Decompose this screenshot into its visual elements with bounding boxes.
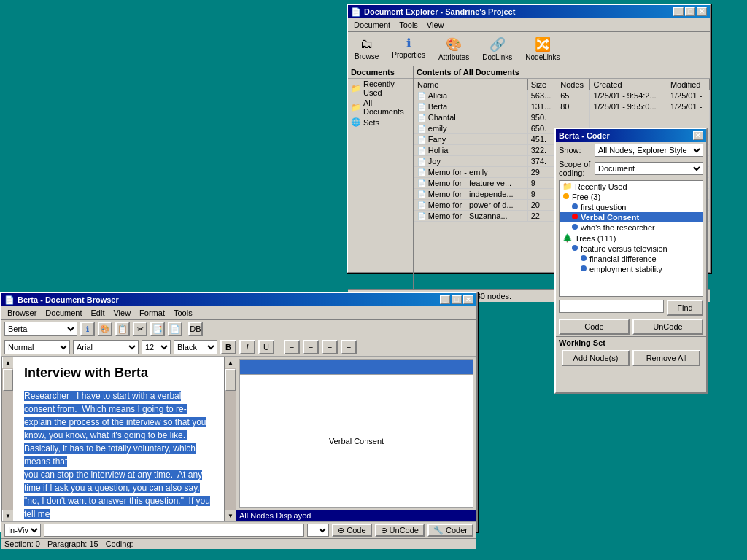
menu-format[interactable]: Format	[135, 307, 169, 319]
coder-tree-item[interactable]: 📁 Recently Used	[560, 181, 703, 192]
italic-btn[interactable]: I	[239, 340, 255, 354]
remove-all-button[interactable]: Remove All	[632, 350, 700, 366]
info-btn[interactable]: ℹ	[80, 322, 95, 336]
menu-view[interactable]: View	[422, 19, 449, 31]
table-cell-size: 22	[527, 211, 557, 222]
bold-btn[interactable]: B	[220, 340, 236, 354]
doc-editor[interactable]: Interview with Berta Researcher I have t…	[13, 357, 224, 521]
align-right-btn[interactable]: ≡	[322, 340, 338, 354]
cut-btn[interactable]: ✂	[133, 322, 147, 336]
uncode-bottom-btn[interactable]: ⊖ UnCode	[375, 524, 425, 537]
recently-used-item[interactable]: 📁 Recently Used	[348, 79, 413, 98]
doc-row-icon: 📄	[417, 212, 428, 220]
db-bottom-bar: In-Vivo ⊕ Code ⊖ UnCode 🔧 Coder	[1, 521, 476, 538]
print-btn[interactable]: 📋	[115, 322, 130, 336]
justify-btn[interactable]: ≡	[341, 340, 357, 354]
menu-tools2[interactable]: Tools	[169, 307, 197, 319]
menu-edit[interactable]: Edit	[86, 307, 109, 319]
right-scrollbar[interactable]: ▲ ▼	[224, 357, 236, 521]
db-btn-extra[interactable]: DB	[188, 322, 203, 336]
berta-browser-titlebar: 📄 Berta - Document Browser _ □ ✕	[1, 293, 476, 306]
table-cell-name: 📄 Fany	[414, 134, 528, 145]
browser-minimize-button[interactable]: _	[440, 295, 450, 304]
coder-tree-item[interactable]: first question	[560, 202, 703, 212]
coder-tree-item[interactable]: feature versus television	[560, 244, 703, 254]
table-cell-size: 29	[527, 167, 557, 178]
doclinks-button[interactable]: 🔗 DocLinks	[479, 34, 516, 63]
doc-name-combo[interactable]: Berta	[4, 322, 77, 336]
browser-maximize-button[interactable]: □	[452, 295, 462, 304]
coder-tree-item[interactable]: employment stability	[560, 264, 703, 274]
font-combo[interactable]: Arial	[73, 340, 139, 354]
code-bottom-btn[interactable]: ⊕ Code	[332, 524, 371, 537]
find-button[interactable]: Find	[667, 300, 703, 316]
add-remove-buttons: Add Node(s) Remove All	[559, 349, 703, 368]
all-documents-item[interactable]: 📁 All Documents	[348, 98, 413, 117]
menu-view2[interactable]: View	[109, 307, 135, 319]
doc-row-icon: 📄	[417, 92, 428, 100]
align-left-btn[interactable]: ≡	[284, 340, 300, 354]
menu-tools[interactable]: Tools	[395, 19, 422, 31]
scroll-up-btn[interactable]: ▲	[2, 357, 14, 368]
show-select[interactable]: All Nodes, Explorer Style	[595, 144, 703, 157]
maximize-button[interactable]: □	[685, 7, 695, 16]
table-cell-size: 374.	[527, 156, 557, 167]
paste-btn[interactable]: 📄	[168, 322, 182, 336]
recently-used-label: Recently Used	[363, 79, 410, 97]
find-input[interactable]	[559, 300, 664, 313]
browse-button[interactable]: 🗂 Browse	[351, 34, 382, 63]
menu-browser[interactable]: Browser	[3, 307, 41, 319]
svg-point-4	[572, 245, 578, 251]
nodelinks-button[interactable]: 🔀 NodeLinks	[522, 34, 563, 63]
doc-row-icon: 📄	[417, 125, 428, 133]
coder-tree-item[interactable]: financial difference	[560, 254, 703, 264]
underline-btn[interactable]: U	[258, 340, 274, 354]
minimize-button[interactable]: _	[673, 7, 684, 16]
coder-tree-item[interactable]: Verbal Consent	[560, 212, 703, 222]
style-combo[interactable]: Normal	[4, 340, 70, 354]
properties-button[interactable]: ℹ Properties	[388, 34, 429, 63]
berta-browser-window: 📄 Berta - Document Browser _ □ ✕ Browser…	[0, 292, 478, 532]
invivo-select[interactable]	[307, 524, 329, 537]
scroll-down-btn-2[interactable]: ▼	[225, 510, 236, 521]
coder-bottom-btn[interactable]: 🔧 Coder	[427, 524, 473, 537]
browse-icon: 🗂	[360, 36, 374, 52]
invivo-input[interactable]	[44, 524, 304, 537]
table-cell-name: 📄 Chantal	[414, 112, 528, 123]
left-scrollbar[interactable]: ▲ ▼	[1, 357, 13, 521]
table-cell-modified: 1/25/01 -	[667, 90, 709, 101]
menu-document[interactable]: Document	[349, 19, 395, 31]
color-btn[interactable]: 🎨	[98, 322, 112, 336]
browser-close-button[interactable]: ✕	[463, 295, 473, 304]
uncode-button[interactable]: UnCode	[632, 319, 703, 335]
svg-point-5	[581, 255, 587, 261]
invivo-combo[interactable]: In-Vivo	[4, 524, 41, 537]
table-cell-created	[590, 112, 667, 123]
scroll-down-btn[interactable]: ▼	[2, 510, 14, 521]
attributes-button[interactable]: 🎨 Attributes	[435, 34, 473, 63]
code-button[interactable]: Code	[559, 319, 630, 335]
coder-tree-item[interactable]: who's the researcher	[560, 222, 703, 233]
table-cell-nodes: 80	[557, 101, 590, 112]
scope-select[interactable]: Document	[595, 162, 703, 175]
coder-tree-item[interactable]: 🌲 Trees (111)	[560, 233, 703, 244]
table-row[interactable]: 📄 Chantal950.	[414, 112, 710, 123]
scroll-thumb[interactable]	[3, 369, 13, 391]
sets-item[interactable]: 🌐 Sets	[348, 117, 413, 128]
coder-close-button[interactable]: ✕	[693, 131, 703, 140]
size-combo[interactable]: 12	[142, 340, 171, 354]
scroll-thumb-2[interactable]	[225, 369, 236, 391]
scroll-up-btn-2[interactable]: ▲	[225, 357, 236, 368]
coder-titlebar-buttons: ✕	[693, 131, 703, 140]
coder-tree-item[interactable]: Free (3)	[560, 192, 703, 202]
close-button[interactable]: ✕	[697, 7, 707, 16]
color-combo[interactable]: Black	[174, 340, 217, 354]
copy-btn[interactable]: 📑	[150, 322, 165, 336]
table-row[interactable]: 📄 Alicia563...651/25/01 - 9:54:2...1/25/…	[414, 90, 710, 101]
menu-doc[interactable]: Document	[41, 307, 86, 319]
table-cell-modified	[667, 112, 709, 123]
table-row[interactable]: 📄 Berta131...801/25/01 - 9:55:0...1/25/0…	[414, 101, 710, 112]
add-node-button[interactable]: Add Node(s)	[562, 350, 630, 366]
align-center-btn[interactable]: ≡	[303, 340, 319, 354]
nodelinks-label: NodeLinks	[525, 53, 560, 61]
